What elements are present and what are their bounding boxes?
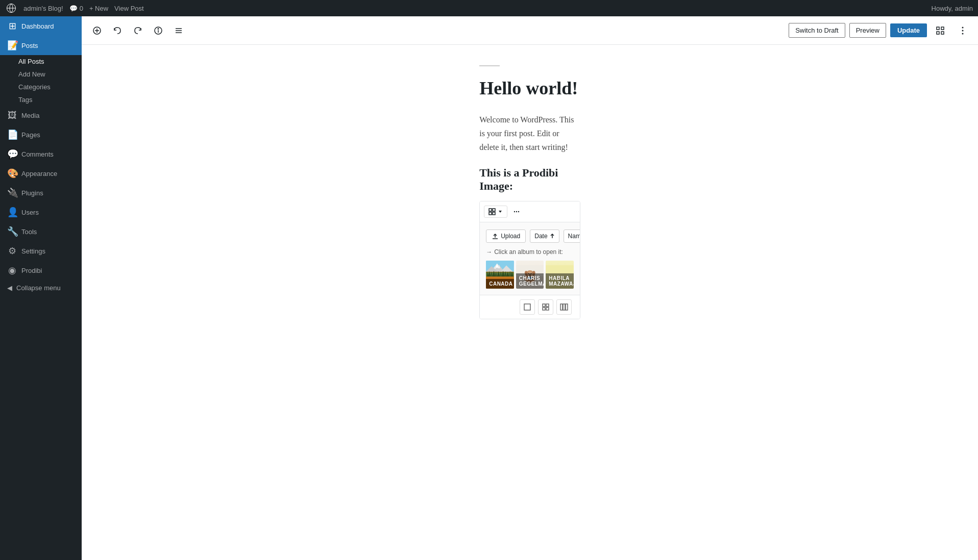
post-section-title[interactable]: This is a Prodibi Image: xyxy=(479,166,580,193)
grid-view-3-button[interactable] xyxy=(556,299,572,315)
info-button[interactable] xyxy=(149,21,167,40)
sidebar-item-label-settings: Settings xyxy=(21,247,45,255)
settings-panel-button[interactable] xyxy=(931,21,949,40)
comment-icon-wrap[interactable]: 💬 0 xyxy=(69,5,83,12)
sidebar-item-label-users: Users xyxy=(21,209,39,216)
sidebar-item-prodibi[interactable]: ◉ Prodibi xyxy=(0,261,82,280)
redo-button[interactable] xyxy=(129,21,147,40)
svg-rect-74 xyxy=(543,304,545,307)
album-charis-label: CHARIS GEGELMAN xyxy=(516,273,544,289)
svg-point-16 xyxy=(962,27,964,28)
name-sort-button[interactable]: Name xyxy=(564,230,580,243)
sidebar-item-posts[interactable]: 📝 Posts xyxy=(0,36,82,55)
sidebar-item-pages[interactable]: 📄 Pages xyxy=(0,125,82,144)
upload-label: Upload xyxy=(501,233,520,240)
sidebar-item-label-appearance: Appearance xyxy=(21,170,57,177)
svg-rect-77 xyxy=(546,308,549,310)
sidebar: ⊞ Dashboard 📝 Posts All Posts Add New Ca… xyxy=(0,16,82,560)
posts-icon: 📝 xyxy=(7,40,17,51)
svg-point-24 xyxy=(516,211,517,212)
site-name[interactable]: admin's Blog! xyxy=(23,5,63,12)
new-item-button[interactable]: + New xyxy=(89,5,108,12)
undo-button[interactable] xyxy=(108,21,127,40)
users-icon: 👤 xyxy=(7,207,17,218)
editor-toolbar: Switch to Draft Preview Update xyxy=(82,16,978,45)
sidebar-subitem-tags[interactable]: Tags xyxy=(0,93,82,106)
plugins-icon: 🔌 xyxy=(7,187,17,198)
album-habila[interactable]: HABILA MAZAWAJE xyxy=(546,261,574,289)
update-button[interactable]: Update xyxy=(890,23,927,37)
album-canada-label: CANADA xyxy=(486,279,514,289)
svg-point-25 xyxy=(518,211,519,212)
arrow-icon: → xyxy=(486,248,492,256)
svg-point-18 xyxy=(962,33,964,34)
sidebar-item-label-tools: Tools xyxy=(21,228,37,236)
album-canada[interactable]: CANADA xyxy=(486,261,514,289)
album-hint: → Click an album to open it: xyxy=(486,248,574,256)
comment-icon: 💬 xyxy=(69,5,78,12)
sidebar-item-dashboard[interactable]: ⊞ Dashboard xyxy=(0,16,82,36)
collapse-icon: ◀ xyxy=(7,284,12,292)
sidebar-item-label-comments: Comments xyxy=(21,150,54,158)
wp-logo xyxy=(5,2,17,14)
date-label: Date xyxy=(534,233,547,240)
main-editor: Switch to Draft Preview Update xyxy=(82,16,978,560)
sidebar-item-appearance[interactable]: 🎨 Appearance xyxy=(0,164,82,183)
name-label: Name xyxy=(568,233,580,240)
svg-rect-20 xyxy=(493,209,495,211)
admin-bar: admin's Blog! 💬 0 + New View Post Howdy,… xyxy=(0,0,978,16)
view-post-link[interactable]: View Post xyxy=(114,5,144,12)
sidebar-item-tools[interactable]: 🔧 Tools xyxy=(0,222,82,241)
svg-rect-15 xyxy=(941,32,944,34)
post-intro[interactable]: Welcome to WordPress. This is your first… xyxy=(479,113,580,155)
options-button[interactable] xyxy=(953,21,972,40)
svg-rect-79 xyxy=(563,304,565,310)
svg-rect-12 xyxy=(937,27,939,30)
sidebar-item-users[interactable]: 👤 Users xyxy=(0,202,82,222)
prodibi-block-toolbar xyxy=(480,201,580,222)
comments-icon: 💬 xyxy=(7,148,17,160)
sidebar-item-label-prodibi: Prodibi xyxy=(21,267,42,274)
hint-text: Click an album to open it: xyxy=(494,248,563,256)
collapse-label: Collapse menu xyxy=(16,284,61,292)
sidebar-item-label-plugins: Plugins xyxy=(21,189,43,197)
sidebar-item-settings[interactable]: ⚙ Settings xyxy=(0,241,82,261)
sidebar-item-media[interactable]: 🖼 Media xyxy=(0,106,82,125)
prodibi-block: Upload Date Name 🔍 xyxy=(479,201,580,319)
post-title[interactable]: Hello world! xyxy=(479,77,580,100)
sidebar-subitem-add-new[interactable]: Add New xyxy=(0,68,82,81)
sidebar-subitem-categories[interactable]: Categories xyxy=(0,81,82,93)
prodibi-block-more-button[interactable] xyxy=(509,205,524,219)
svg-rect-22 xyxy=(493,212,495,215)
svg-rect-76 xyxy=(543,308,545,310)
right-actions: Switch to Draft Preview Update xyxy=(789,21,972,40)
dashboard-icon: ⊞ xyxy=(7,20,17,32)
prodibi-icon: ◉ xyxy=(7,265,17,276)
grid-view-1-button[interactable] xyxy=(520,299,535,315)
svg-point-17 xyxy=(962,30,964,31)
media-icon: 🖼 xyxy=(7,110,17,121)
howdy-label: Howdy, admin xyxy=(932,5,973,12)
prodibi-block-type-button[interactable] xyxy=(484,206,507,218)
sidebar-subitem-all-posts[interactable]: All Posts xyxy=(0,55,82,68)
upload-button[interactable]: Upload xyxy=(486,230,526,243)
sidebar-item-label-pages: Pages xyxy=(21,131,40,139)
list-view-button[interactable] xyxy=(169,21,188,40)
prodibi-picker: Upload Date Name 🔍 xyxy=(480,222,580,295)
sidebar-item-plugins[interactable]: 🔌 Plugins xyxy=(0,183,82,202)
sidebar-item-comments[interactable]: 💬 Comments xyxy=(0,144,82,164)
preview-button[interactable]: Preview xyxy=(849,23,886,38)
editor-content-area: Hello world! Welcome to WordPress. This … xyxy=(300,45,760,560)
album-charis[interactable]: CHARIS GEGELMAN xyxy=(516,261,544,289)
collapse-menu-button[interactable]: ◀ Collapse menu xyxy=(0,280,82,296)
svg-rect-19 xyxy=(489,209,492,211)
grid-view-2-button[interactable] xyxy=(538,299,553,315)
toggle-block-inserter-button[interactable] xyxy=(88,21,106,40)
switch-to-draft-button[interactable]: Switch to Draft xyxy=(789,23,845,38)
album-habila-label: HABILA MAZAWAJE xyxy=(546,273,574,289)
svg-rect-14 xyxy=(937,32,939,34)
svg-rect-75 xyxy=(546,304,549,307)
date-sort-button[interactable]: Date xyxy=(530,230,559,243)
sidebar-item-label-posts: Posts xyxy=(21,42,38,49)
post-divider xyxy=(479,65,500,66)
